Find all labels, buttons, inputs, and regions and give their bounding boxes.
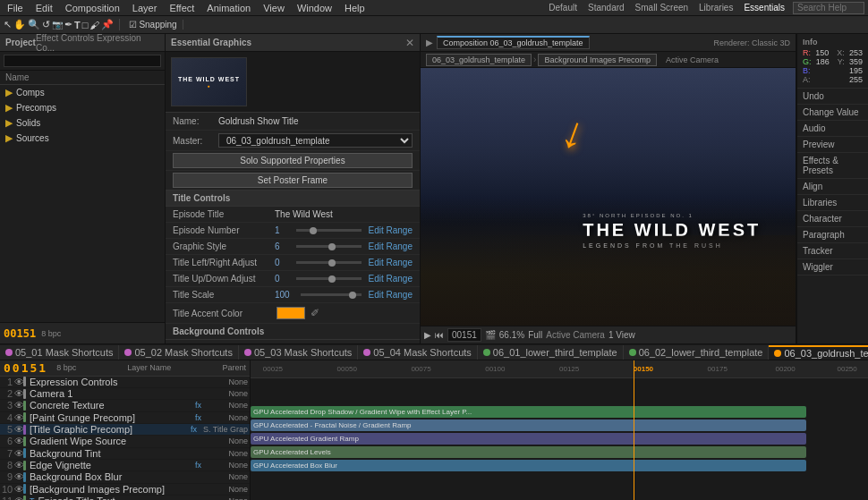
tool-shape[interactable]: □ [82,20,89,30]
tool-puppet[interactable]: 📌 [101,19,114,30]
track-clip-3: GPU Accelerated Drop Shadow / Gradient W… [251,406,806,418]
menu-wiggler[interactable]: Wiggler [797,259,868,275]
timeline-track-area: 00025 00050 00075 00100 00125 00150 0017… [251,360,868,500]
tl-tab-0503[interactable]: 05_03 Mask Shortcuts [239,345,358,360]
tl-tab-0603-active[interactable]: 06_03_goldrush_template ✕ [769,345,868,360]
comp-views-count[interactable]: 1 View [608,330,635,340]
menu-effect[interactable]: Effect [166,3,198,13]
tool-rotate[interactable]: ↺ [42,19,50,30]
graphic-style-edit-range[interactable]: Edit Range [369,242,413,251]
project-folder-comps[interactable]: ▶ Comps [0,85,165,100]
accent-color-swatch[interactable] [277,307,305,319]
menu-tracker[interactable]: Tracker [797,243,868,259]
comp-timecode-display[interactable]: 00151 [447,328,481,342]
project-folder-solids[interactable]: ▶ Solids [0,115,165,131]
preset-libraries[interactable]: Libraries [696,3,736,13]
tool-arrow[interactable]: ↖ [4,19,12,30]
layer-3[interactable]: 3 👁 Concrete Texture fx None [0,400,250,411]
layer-5[interactable]: 5 👁 [Title Graphic Precomp] fx S. Title … [0,424,250,436]
comp-play-btn[interactable]: ▶ [424,330,431,340]
episode-number-label: Episode Number [173,225,271,235]
menu-composition[interactable]: Composition [62,3,123,13]
layer-2[interactable]: 2 👁 Camera 1 None [0,388,250,400]
menu-undo[interactable]: Undo [797,89,868,105]
title-ud-slider[interactable] [296,277,362,280]
preset-essentials[interactable]: Essentials [741,3,787,13]
tool-camera[interactable]: 📷 [52,20,63,30]
graphic-style-label: Graphic Style [173,242,271,251]
menu-view[interactable]: View [260,3,288,13]
menu-audio[interactable]: Audio [797,121,868,137]
tab-bg-images[interactable]: Background Images Precomp [538,54,657,66]
graphic-style-value[interactable]: 6 [275,242,293,251]
eg-master-dropdown[interactable]: 06_03_goldrush_template [218,133,413,148]
layer-1[interactable]: 1 👁 Expression Controls None [0,377,250,388]
project-search-input[interactable] [4,55,161,67]
menu-align[interactable]: Align [797,179,868,195]
title-scale-slider[interactable] [301,293,362,296]
menu-preview[interactable]: Preview [797,137,868,153]
layer-10[interactable]: 10 👁 [Background Images Precomp] None [0,484,250,496]
tl-tab-0504[interactable]: 05_04 Mask Shortcuts [358,345,477,360]
search-input[interactable] [793,2,864,14]
project-folder-sources[interactable]: ▶ Sources [0,131,165,146]
project-folder-precomps[interactable]: ▶ Precomps [0,100,165,115]
title-ud-edit-range[interactable]: Edit Range [369,274,413,284]
preset-standard[interactable]: Standard [585,3,627,13]
tl-tab-0602[interactable]: 06_02_lower_third_template [624,345,770,360]
menu-character[interactable]: Character [797,211,868,227]
bg-image-edit-range[interactable]: Edit Range [369,343,413,343]
menu-effects-presets[interactable]: Effects & Presets [797,153,868,179]
menu-animation[interactable]: Animation [203,3,254,13]
snapping-checkbox[interactable]: ☑ [129,20,137,30]
solo-supported-btn[interactable]: Solo Supported Properties [173,153,413,168]
tool-hand[interactable]: ✋ [13,19,26,30]
eg-panel-close[interactable]: ✕ [405,37,414,49]
layer-6[interactable]: 6 👁 Gradient Wipe Source None [0,436,250,447]
menu-change-value[interactable]: Change Value [797,105,868,121]
tool-paint[interactable]: 🖌 [89,20,99,30]
comp-preview-btn[interactable]: 🎬 [485,330,496,340]
title-lr-edit-range[interactable]: Edit Range [369,258,413,267]
menu-help[interactable]: Help [341,3,369,13]
timeline-timecode[interactable]: 00151 [4,361,47,375]
episode-number-slider[interactable] [296,229,362,232]
tool-text[interactable]: T [74,20,81,30]
menu-window[interactable]: Window [294,3,336,13]
episode-number-edit-range[interactable]: Edit Range [369,225,413,235]
preset-default[interactable]: Default [546,3,580,13]
menu-layer[interactable]: Layer [129,3,161,13]
tl-tab-0501[interactable]: 05_01 Mask Shortcuts [0,345,119,360]
title-scale-edit-range[interactable]: Edit Range [369,290,413,300]
episode-title-value[interactable]: The Wild West [275,209,413,219]
tool-pen[interactable]: ✒ [64,19,72,30]
title-ud-value[interactable]: 0 [275,274,293,284]
menu-edit[interactable]: Edit [32,3,56,13]
title-scale-value[interactable]: 100 [275,290,297,300]
preset-small-screen[interactable]: Small Screen [633,3,691,13]
comp-full-btn[interactable]: Full [528,330,542,340]
layer-7[interactable]: 7 👁 Background Tint None [0,448,250,460]
tab-06-goldrush[interactable]: 06_03_goldrush_template [426,54,532,66]
layer-8[interactable]: 8 👁 Edge Vignette fx None [0,460,250,471]
layer-11[interactable]: 11 👁 T Episode Title Text None [0,496,250,500]
tool-zoom[interactable]: 🔍 [28,19,40,30]
layer-9[interactable]: 9 👁 Background Box Blur None [0,471,250,483]
comp-zoom-display[interactable]: 66.1% [499,330,524,340]
tl-tab-0502[interactable]: 05_02 Mask Shortcuts [119,345,238,360]
title-lr-value[interactable]: 0 [275,258,293,267]
title-lr-slider[interactable] [296,261,362,264]
episode-number-value[interactable]: 1 [275,225,293,235]
menu-paragraph[interactable]: Paragraph [797,227,868,243]
comp-home-btn[interactable]: ⏮ [435,330,444,340]
set-poster-btn[interactable]: Set Poster Frame [173,173,413,188]
effect-controls-tab[interactable]: Effect Controls Expression Co... [36,33,159,53]
layer-4[interactable]: 4 👁 [Paint Grunge Precomp] fx None [0,412,250,424]
menu-libraries[interactable]: Libraries [797,195,868,211]
menu-file[interactable]: File [4,3,27,13]
tl-tab-0601[interactable]: 06_01_lower_third_template [478,345,624,360]
graphic-style-slider[interactable] [296,245,362,248]
eyedropper-icon[interactable]: ✐ [311,307,319,319]
comp-tab-active[interactable]: Composition 06_03_goldrush_template [437,36,590,49]
bg-image-value[interactable]: 8 [275,343,293,343]
